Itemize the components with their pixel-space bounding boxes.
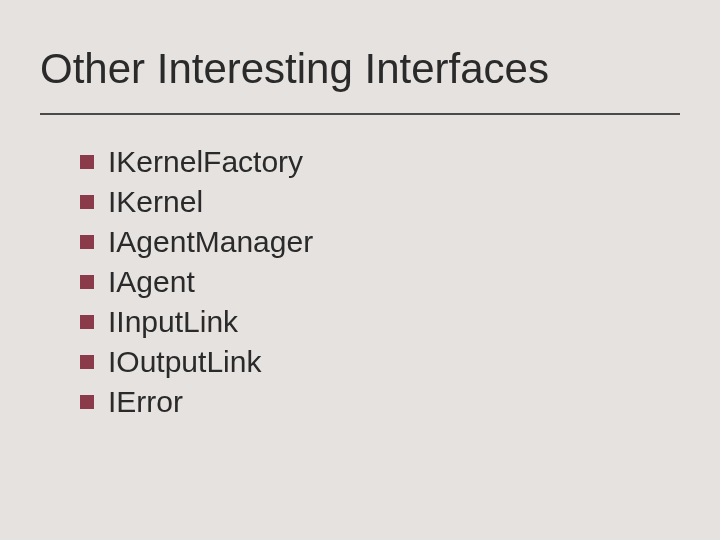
list-item-label: IAgent [108,265,195,299]
list-item: IInputLink [80,305,680,339]
list-item: IKernelFactory [80,145,680,179]
slide-container: Other Interesting Interfaces IKernelFact… [0,0,720,540]
bullet-icon [80,355,94,369]
bullet-icon [80,195,94,209]
list-item-label: IKernelFactory [108,145,303,179]
list-item-label: IKernel [108,185,203,219]
slide-title: Other Interesting Interfaces [40,45,680,115]
list-item: IAgentManager [80,225,680,259]
bullet-icon [80,235,94,249]
bullet-icon [80,315,94,329]
list-item-label: IError [108,385,183,419]
list-item: IOutputLink [80,345,680,379]
list-item-label: IInputLink [108,305,238,339]
list-item: IError [80,385,680,419]
interface-list: IKernelFactory IKernel IAgentManager IAg… [40,145,680,419]
list-item: IAgent [80,265,680,299]
bullet-icon [80,395,94,409]
list-item: IKernel [80,185,680,219]
list-item-label: IAgentManager [108,225,313,259]
bullet-icon [80,275,94,289]
list-item-label: IOutputLink [108,345,261,379]
bullet-icon [80,155,94,169]
